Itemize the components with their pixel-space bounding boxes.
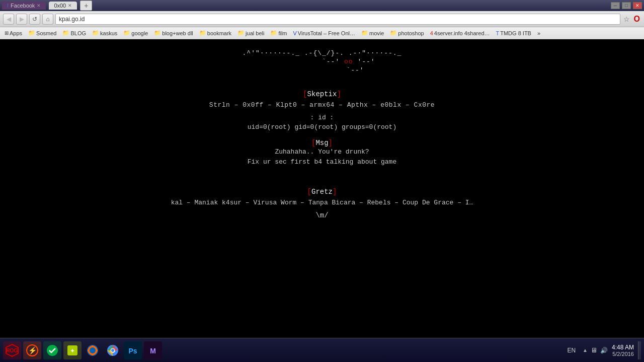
svg-text:Ps: Ps	[128, 347, 137, 355]
taskbar-right: EN ▲ 🖥 🔊 4:48 AM 5/2/2016	[567, 341, 641, 359]
svg-point-4	[47, 345, 58, 356]
folder-icon: 📁	[237, 30, 245, 36]
title-bar-left: f Facebook ✕ 0x00 ✕ +	[2, 1, 92, 11]
taskbar-mediaencoder-icon[interactable]: M	[144, 341, 162, 359]
tab-0x00[interactable]: 0x00 ✕	[49, 2, 77, 10]
bookmark-photoshop[interactable]: 📁 photoshop	[387, 29, 426, 37]
clock-time: 4:48 AM	[612, 344, 634, 351]
folder-icon: 📁	[199, 30, 206, 36]
back-button[interactable]: ◀	[3, 14, 14, 25]
msg-label: [Msg]	[0, 139, 644, 147]
taskbar-photoshop-icon[interactable]: Ps	[124, 341, 142, 359]
show-desktop-button[interactable]	[638, 341, 641, 359]
home-button[interactable]: ⌂	[42, 14, 53, 25]
skeptix-label: [Skeptix]	[0, 90, 644, 98]
svg-text:ROG: ROG	[7, 348, 18, 353]
bookmark-movie[interactable]: 📁 movie	[359, 29, 386, 37]
ascii-line1: .^'"·····--._ .-{\_/}-. .-·"····--._	[0, 49, 644, 58]
tab-0x00-close[interactable]: ✕	[68, 3, 72, 8]
bookmark-kaskus[interactable]: 📁 kaskus	[90, 29, 120, 37]
tray-arrow-icon[interactable]: ▲	[583, 347, 588, 353]
tab-facebook[interactable]: f Facebook ✕	[2, 2, 46, 10]
bookmark-virustotal[interactable]: V VirusTotal – Free Onl…	[291, 29, 358, 37]
bookmark-google[interactable]: 📁 google	[121, 29, 150, 37]
ascii-line2: `--' oo '--'	[0, 58, 644, 66]
folder-icon: 📁	[390, 30, 397, 36]
bookmark-film[interactable]: 📁 film	[268, 29, 289, 37]
folder-icon: 📁	[123, 30, 130, 36]
team-members-line: Strln – 0x0ff – Klpt0 – armx64 – Apthx –…	[0, 101, 644, 109]
taskbar: ROG ⚡ ✦	[0, 338, 644, 362]
tray-network-icon[interactable]: 🖥	[591, 346, 597, 354]
folder-icon: 📁	[62, 30, 69, 36]
bookmark-tmdg[interactable]: T TMDG 8 ITB	[494, 29, 534, 37]
gretz-label: [Gretz]	[0, 188, 644, 196]
svg-text:M: M	[150, 347, 156, 355]
metal-sign: \m/	[0, 211, 644, 220]
taskbar-app4-icon[interactable]: ✦	[63, 341, 82, 359]
ascii-line3: `--'	[0, 66, 644, 75]
bookmark-blogwebdll[interactable]: 📁 blog+web dll	[151, 29, 195, 37]
taskbar-app3-icon[interactable]	[43, 341, 61, 359]
tab-facebook-close[interactable]: ✕	[37, 3, 41, 8]
folder-icon: 📁	[361, 30, 368, 36]
bracket-right: ]	[337, 90, 341, 98]
system-clock[interactable]: 4:48 AM 5/2/2016	[612, 344, 634, 357]
address-text: kpai.go.id	[59, 16, 85, 23]
msg-line1: Zuhahaha.. You're drunk?	[0, 147, 644, 158]
taskbar-rog-icon[interactable]: ROG	[3, 341, 21, 359]
bookmark-more[interactable]: »	[535, 29, 543, 37]
taskbar-firefox-icon[interactable]	[84, 341, 102, 359]
ascii-art: .^'"·····--._ .-{\_/}-. .-·"····--._ `--…	[0, 49, 644, 75]
page-content: .^'"·····--._ .-{\_/}-. .-·"····--._ `--…	[0, 49, 644, 220]
bookmark-star-icon[interactable]: ☆	[622, 14, 631, 24]
bookmark-sosmed[interactable]: 📁 Sosmed	[26, 29, 59, 37]
minimize-button[interactable]: ─	[611, 2, 620, 9]
tray-volume-icon[interactable]: 🔊	[600, 347, 608, 354]
svg-point-8	[90, 347, 96, 353]
bookmark-blog[interactable]: 📁 BLOG	[60, 29, 89, 37]
bookmark-bookmark[interactable]: 📁 bookmark	[197, 29, 234, 37]
maximize-button[interactable]: □	[622, 2, 631, 9]
nav-bar: ◀ ▶ ↺ ⌂ kpai.go.id ☆ O	[0, 11, 644, 27]
msg-section: [Msg] Zuhahaha.. You're drunk? Fix ur se…	[0, 139, 644, 168]
4server-icon: 4	[430, 30, 433, 36]
id-label: : id :	[0, 114, 644, 121]
gretz-section: [Gretz] kal – Maniak k4sur – Virusa Worm…	[0, 188, 644, 206]
bookmark-apps[interactable]: ⊞ Apps	[2, 29, 25, 37]
title-bar: f Facebook ✕ 0x00 ✕ + ─ □ ✕	[0, 0, 644, 11]
folder-icon: 📁	[28, 30, 35, 36]
opera-icon[interactable]: O	[633, 14, 641, 25]
ascii-eye: oo	[344, 58, 353, 65]
refresh-button[interactable]: ↺	[29, 14, 40, 25]
system-tray: ▲ 🖥 🔊	[583, 346, 608, 354]
apps-grid-icon: ⊞	[5, 30, 9, 36]
main-content: .^'"·····--._ .-{\_/}-. .-·"····--._ `--…	[0, 39, 644, 338]
taskbar-app2-icon[interactable]: ⚡	[23, 341, 41, 359]
taskbar-left: ROG ⚡ ✦	[3, 341, 162, 359]
clock-date: 5/2/2016	[612, 351, 634, 357]
facebook-icon: f	[7, 3, 9, 9]
tab-0x00-label: 0x00	[54, 3, 66, 9]
taskbar-chrome-icon[interactable]	[104, 341, 122, 359]
nav-icons: ☆ O	[622, 14, 641, 25]
svg-text:⚡: ⚡	[28, 346, 37, 355]
msg-line2: Fix ur sec first b4 talking about game	[0, 157, 644, 168]
folder-icon: 📁	[270, 30, 277, 36]
bookmark-4server[interactable]: 4 4server.info 4shared…	[428, 29, 493, 37]
svg-text:✦: ✦	[70, 347, 75, 354]
title-bar-right: ─ □ ✕	[611, 2, 642, 9]
bookmark-jualbeli[interactable]: 📁 jual beli	[235, 29, 267, 37]
bookmarks-bar: ⊞ Apps 📁 Sosmed 📁 BLOG 📁 kaskus 📁 google…	[0, 27, 644, 39]
virustotal-icon: V	[293, 30, 297, 36]
folder-icon: 📁	[92, 30, 99, 36]
uid-line: uid=0(root) gid=0(root) groups=0(root)	[0, 123, 644, 131]
new-tab-button[interactable]: +	[80, 1, 92, 11]
tmdg-icon: T	[496, 30, 500, 36]
gretz-members: kal – Maniak k4sur – Virusa Worm – Tanpa…	[0, 199, 644, 206]
language-indicator: EN	[567, 347, 576, 354]
forward-button[interactable]: ▶	[16, 14, 27, 25]
address-bar[interactable]: kpai.go.id	[55, 14, 620, 25]
close-button[interactable]: ✕	[633, 2, 642, 9]
bracket-left: [	[303, 90, 307, 98]
